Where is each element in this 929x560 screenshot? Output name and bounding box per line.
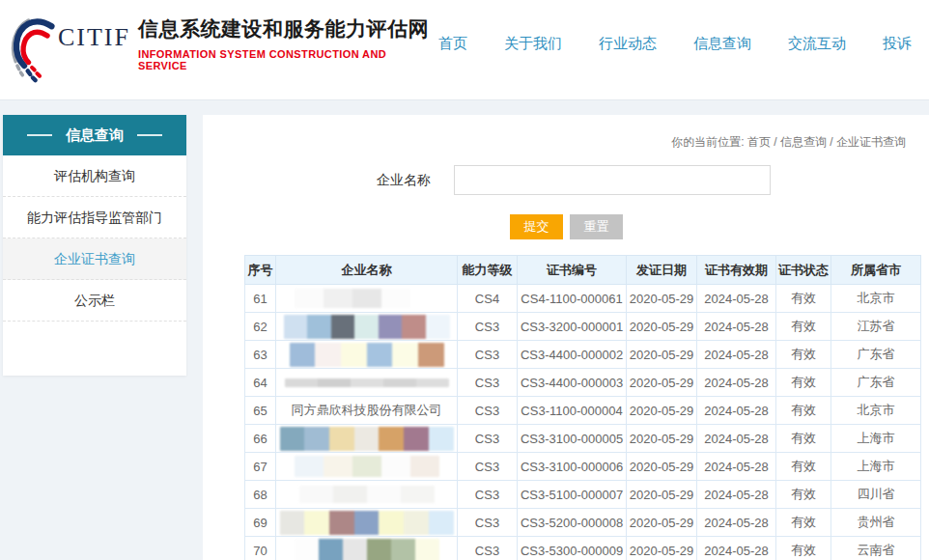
cell-no: 63 [245,341,276,369]
cell-valid_until: 2024-05-28 [697,537,776,560]
table-row: 70CS3CS3-5300-0000092020-05-292024-05-28… [245,537,921,560]
cell-level: CS3 [458,341,518,369]
table-row: 67CS3CS3-3100-0000062020-05-292024-05-28… [245,453,921,481]
cell-issue_date: 2020-05-29 [627,537,697,560]
cell-cert_no: CS3-3200-000001 [518,313,627,341]
redacted-company-name [299,486,435,503]
cell-name [276,341,458,369]
cell-name [276,313,458,341]
table-row: 64CS3CS3-4400-0000032020-05-292024-05-28… [245,369,921,397]
redacted-company-name [280,511,454,535]
breadcrumb-separator: / [771,135,780,149]
cell-valid_until: 2024-05-28 [697,313,776,341]
cell-province: 北京市 [831,397,921,425]
cell-no: 65 [245,397,276,425]
cell-level: CS3 [458,453,518,481]
table-header-row: 序号企业名称能力等级证书编号发证日期证书有效期证书状态所属省市 [245,256,921,285]
nav-item-5[interactable]: 投诉 [883,35,912,53]
cell-valid_until: 2024-05-28 [697,509,776,537]
nav-item-1[interactable]: 关于我们 [504,35,562,53]
cell-valid_until: 2024-05-28 [697,285,776,313]
cell-name [276,369,458,397]
cell-no: 61 [245,285,276,313]
cell-issue_date: 2020-05-29 [627,481,697,509]
table-row: 62CS3CS3-3200-0000012020-05-292024-05-28… [245,313,921,341]
cell-no: 66 [245,425,276,453]
cell-level: CS3 [458,509,518,537]
cell-level: CS3 [458,425,518,453]
cell-issue_date: 2020-05-29 [627,369,697,397]
cell-issue_date: 2020-05-29 [627,425,697,453]
table-row: 65同方鼎欣科技股份有限公司CS3CS3-1100-0000042020-05-… [245,397,921,425]
submit-button[interactable]: 提交 [510,214,563,239]
site-subtitle: INFORMATION SYSTEM CONSTRUCTION AND SERV… [138,48,438,71]
col-header-3: 证书编号 [518,256,627,285]
nav-item-0[interactable]: 首页 [438,35,467,53]
nav-item-3[interactable]: 信息查询 [693,35,751,53]
search-form: 企业名称 [377,165,929,195]
cell-level: CS3 [458,313,518,341]
sidebar-item-0[interactable]: 评估机构查询 [3,155,186,197]
redacted-company-name [290,343,444,367]
col-header-6: 证书状态 [776,256,831,285]
cell-cert_no: CS3-4400-000002 [518,341,627,369]
cell-province: 上海市 [831,453,921,481]
cell-province: 四川省 [831,481,921,509]
cell-name [276,425,458,453]
col-header-2: 能力等级 [458,256,518,285]
sidebar-item-3[interactable]: 公示栏 [3,280,186,322]
citif-swoosh-icon [10,14,56,89]
cell-level: CS4 [458,285,518,313]
table-row: 61CS4CS4-1100-0000612020-05-292024-05-28… [245,285,921,313]
cell-no: 68 [245,481,276,509]
col-header-4: 发证日期 [627,256,697,285]
citif-logo[interactable]: CITIF 信息系统建设和服务能力评估网 INFORMATION SYSTEM … [10,12,438,89]
cell-cert_no: CS3-5300-000009 [518,537,627,560]
site-title: 信息系统建设和服务能力评估网 [138,15,438,42]
breadcrumb-link-0[interactable]: 首页 [747,135,771,149]
redacted-company-name [284,315,450,339]
cell-cert_no: CS3-3100-000005 [518,425,627,453]
sidebar: 信息查询 评估机构查询能力评估指导监管部门企业证书查询公示栏 [3,115,186,376]
cell-no: 67 [245,453,276,481]
cell-status: 有效 [776,425,831,453]
cell-no: 69 [245,509,276,537]
redacted-company-name [295,289,439,308]
certificate-table: 序号企业名称能力等级证书编号发证日期证书有效期证书状态所属省市 61CS4CS4… [244,255,921,560]
nav-item-2[interactable]: 行业动态 [599,35,657,53]
cell-issue_date: 2020-05-29 [627,313,697,341]
cell-province: 云南省 [831,537,921,560]
nav-item-4[interactable]: 交流互动 [788,35,846,53]
cell-level: CS3 [458,397,518,425]
cell-valid_until: 2024-05-28 [697,369,776,397]
cell-valid_until: 2024-05-28 [697,397,776,425]
reset-button[interactable]: 重置 [570,214,623,239]
cell-province: 贵州省 [831,509,921,537]
cell-cert_no: CS4-1100-000061 [518,285,627,313]
breadcrumb-link-2[interactable]: 企业证书查询 [836,135,906,149]
redacted-company-name [280,427,454,451]
cell-status: 有效 [776,313,831,341]
main-nav: 首页关于我们行业动态信息查询交流互动投诉 [438,35,912,53]
cell-status: 有效 [776,453,831,481]
cell-status: 有效 [776,481,831,509]
col-header-7: 所属省市 [831,256,921,285]
table-row: 69CS3CS3-5200-0000082020-05-292024-05-28… [245,509,921,537]
cell-cert_no: CS3-3100-000006 [518,453,627,481]
cell-level: CS3 [458,369,518,397]
main-panel: 你的当前位置: 首页 / 信息查询 / 企业证书查询 企业名称 提交 重置 序号… [203,115,929,560]
cell-no: 70 [245,537,276,560]
cell-status: 有效 [776,537,831,560]
cell-issue_date: 2020-05-29 [627,397,697,425]
cell-name [276,453,458,481]
sidebar-item-1[interactable]: 能力评估指导监管部门 [3,197,186,238]
company-name-input[interactable] [454,165,771,195]
title-line-left [27,134,52,136]
sidebar-item-2[interactable]: 企业证书查询 [3,238,186,280]
cell-valid_until: 2024-05-28 [697,481,776,509]
col-header-1: 企业名称 [276,256,458,285]
cell-status: 有效 [776,509,831,537]
cell-province: 上海市 [831,425,921,453]
cell-province: 广东省 [831,369,921,397]
breadcrumb-link-1[interactable]: 信息查询 [780,135,827,149]
